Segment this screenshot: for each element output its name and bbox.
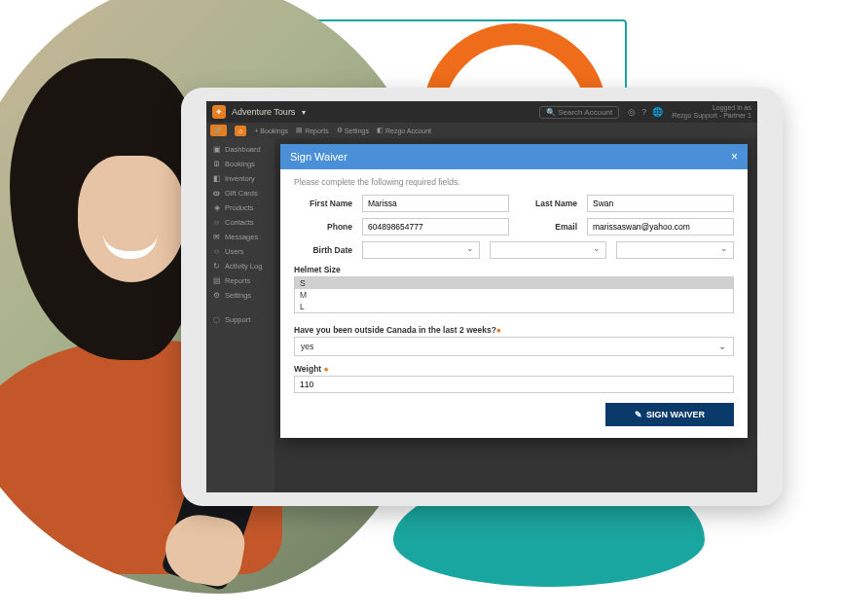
sign-waiver-modal: Sign Waiver × Please complete the follow… bbox=[280, 144, 748, 438]
modal-body: Please complete the following required f… bbox=[280, 169, 748, 438]
sidebar-item-support[interactable]: ◌Support bbox=[206, 312, 274, 327]
messages-icon: ✉ bbox=[212, 233, 221, 241]
bookings-icon: 🗓 bbox=[212, 160, 221, 168]
required-marker: ● bbox=[496, 325, 501, 335]
sidebar-item-settings[interactable]: ⚙Settings bbox=[206, 288, 274, 303]
inventory-icon: ◧ bbox=[212, 174, 221, 183]
toolbar-bookings[interactable]: +Bookings bbox=[254, 127, 288, 134]
sidebar-item-giftcards[interactable]: 🎟Gift Cards bbox=[206, 186, 274, 200]
last-name-input[interactable] bbox=[587, 195, 734, 212]
search-placeholder: Search Account bbox=[558, 108, 612, 117]
label-canada-question: Have you been outside Canada in the last… bbox=[294, 325, 734, 335]
sidebar-item-label: Dashboard bbox=[225, 145, 261, 154]
sidebar-item-bookings[interactable]: 🗓Bookings bbox=[206, 157, 274, 171]
app-title-text: Adventure Tours bbox=[232, 107, 295, 117]
app-title[interactable]: Adventure Tours ▾ bbox=[232, 107, 306, 117]
helmet-size-listbox[interactable]: S M L bbox=[294, 276, 734, 313]
user-line1: Logged in as bbox=[672, 104, 751, 112]
dashboard-icon: ▣ bbox=[212, 145, 221, 154]
caret-down-icon: ▾ bbox=[302, 108, 306, 117]
pen-icon: ✎ bbox=[635, 410, 642, 419]
label-first-name: First Name bbox=[294, 199, 352, 208]
label-last-name: Last Name bbox=[519, 199, 577, 208]
sidebar-item-label: Activity Log bbox=[225, 262, 262, 271]
sidebar-item-label: Products bbox=[225, 203, 254, 212]
canada-answer-select[interactable]: yes bbox=[294, 337, 734, 356]
users-icon: ☺ bbox=[212, 247, 221, 256]
sidebar-item-inventory[interactable]: ◧Inventory bbox=[206, 171, 274, 186]
user-line2: Rezgo Support - Partner 1 bbox=[672, 112, 751, 120]
globe-icon[interactable]: 🌐 bbox=[652, 107, 663, 117]
tablet-frame: ✦ Adventure Tours ▾ 🔍 Search Account ◎ ?… bbox=[181, 88, 783, 506]
toolbar-settings[interactable]: ⚙Settings bbox=[337, 127, 369, 134]
sidebar-item-messages[interactable]: ✉Messages bbox=[206, 230, 274, 244]
weight-input[interactable] bbox=[294, 376, 734, 393]
tablet-screen: ✦ Adventure Tours ▾ 🔍 Search Account ◎ ?… bbox=[206, 101, 757, 492]
toolbar-home-button[interactable]: ⌂ bbox=[235, 126, 246, 136]
sidebar-item-users[interactable]: ☺Users bbox=[206, 244, 274, 259]
phone-input[interactable] bbox=[362, 218, 509, 236]
target-icon[interactable]: ◎ bbox=[628, 107, 636, 117]
first-name-input[interactable] bbox=[362, 195, 509, 212]
helmet-option-s[interactable]: S bbox=[295, 277, 733, 289]
birth-year-select[interactable] bbox=[616, 241, 734, 259]
search-icon: 🔍 bbox=[546, 108, 556, 117]
sidebar-item-products[interactable]: ◈Products bbox=[206, 200, 274, 215]
toolbar-cart-button[interactable]: 🛒 bbox=[210, 125, 227, 136]
close-icon[interactable]: × bbox=[731, 150, 738, 163]
label-phone: Phone bbox=[294, 222, 352, 232]
toolbar-reports[interactable]: ▤Reports bbox=[296, 127, 329, 134]
activity-icon: ↻ bbox=[212, 262, 221, 271]
modal-title: Sign Waiver bbox=[290, 151, 347, 163]
sidebar-item-label: Bookings bbox=[225, 160, 255, 168]
sidebar-item-label: Users bbox=[225, 247, 244, 256]
sidebar: ▣Dashboard 🗓Bookings ◧Inventory 🎟Gift Ca… bbox=[206, 138, 274, 492]
sidebar-item-label: Gift Cards bbox=[225, 189, 258, 198]
giftcards-icon: 🎟 bbox=[212, 189, 221, 198]
support-icon: ◌ bbox=[212, 315, 221, 324]
search-account[interactable]: 🔍 Search Account bbox=[539, 106, 619, 119]
sidebar-item-label: Settings bbox=[225, 291, 251, 300]
app-logo-icon: ✦ bbox=[212, 105, 226, 119]
label-birth-date: Birth Date bbox=[294, 245, 352, 255]
birth-day-select[interactable] bbox=[490, 241, 607, 259]
modal-header: Sign Waiver × bbox=[280, 144, 748, 169]
email-input[interactable] bbox=[587, 218, 734, 236]
canada-answer-value: yes bbox=[301, 342, 313, 351]
helmet-option-m[interactable]: M bbox=[295, 289, 733, 301]
contacts-icon: ☺ bbox=[212, 218, 221, 227]
sidebar-item-label: Inventory bbox=[225, 174, 255, 183]
sidebar-item-contacts[interactable]: ☺Contacts bbox=[206, 215, 274, 230]
settings-icon: ⚙ bbox=[212, 291, 221, 300]
user-badge[interactable]: Logged in as Rezgo Support - Partner 1 bbox=[672, 104, 751, 119]
birth-month-select[interactable] bbox=[362, 241, 480, 259]
sidebar-item-reports[interactable]: ▤Reports bbox=[206, 273, 274, 288]
required-marker: ● bbox=[324, 364, 329, 374]
sidebar-item-label: Support bbox=[225, 315, 250, 324]
toolbar-account[interactable]: ◧Rezgo Account bbox=[377, 127, 431, 134]
sidebar-item-label: Reports bbox=[225, 276, 250, 285]
sidebar-item-dashboard[interactable]: ▣Dashboard bbox=[206, 142, 274, 157]
sidebar-item-label: Contacts bbox=[225, 218, 254, 227]
sign-button-label: SIGN WAIVER bbox=[646, 410, 705, 419]
form-instruction: Please complete the following required f… bbox=[294, 177, 734, 187]
app-topbar: ✦ Adventure Tours ▾ 🔍 Search Account ◎ ?… bbox=[206, 101, 757, 123]
sidebar-item-activity[interactable]: ↻Activity Log bbox=[206, 259, 274, 273]
help-icon[interactable]: ? bbox=[641, 107, 646, 117]
sidebar-item-label: Messages bbox=[225, 233, 258, 241]
app-toolbar: 🛒 ⌂ +Bookings ▤Reports ⚙Settings ◧Rezgo … bbox=[206, 123, 757, 138]
helmet-option-l[interactable]: L bbox=[295, 301, 733, 312]
reports-icon: ▤ bbox=[212, 276, 221, 285]
products-icon: ◈ bbox=[212, 203, 221, 212]
label-weight: Weight ● bbox=[294, 364, 734, 374]
sign-waiver-button[interactable]: ✎SIGN WAIVER bbox=[605, 403, 734, 426]
label-helmet-size: Helmet Size bbox=[294, 265, 734, 274]
label-email: Email bbox=[519, 222, 577, 232]
